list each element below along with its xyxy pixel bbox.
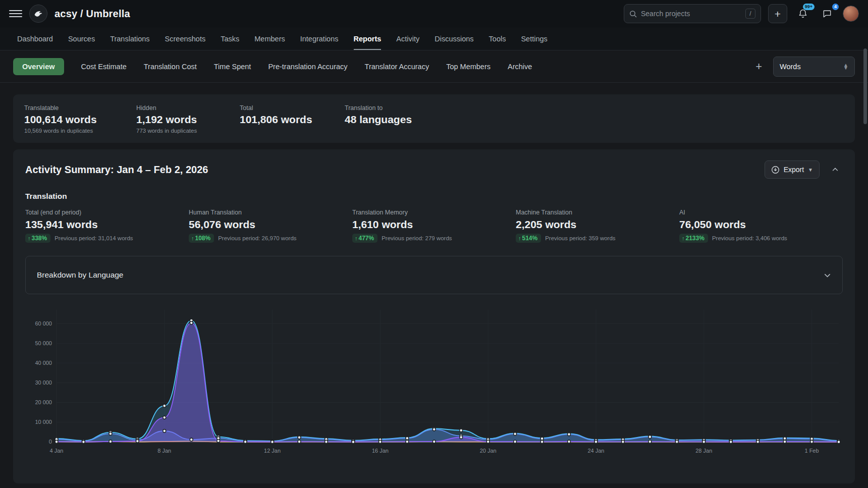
search-icon — [629, 10, 637, 18]
select-arrows-icon: ▲▼ — [843, 64, 848, 69]
subtab-time-spent[interactable]: Time Spent — [214, 63, 251, 71]
tab-members[interactable]: Members — [254, 27, 285, 50]
stat-hidden: Hidden 1,192 words 773 words in duplicat… — [136, 104, 240, 134]
stat-translation-to: Translation to 48 languages — [345, 104, 844, 134]
stat-label: Total — [240, 104, 345, 112]
top-bar: acsy / Umbrella / + 99+ 4 — [0, 0, 868, 27]
translation-metrics-row: Total (end of period) 135,941 words 338%… — [25, 209, 843, 243]
breakdown-by-language-toggle[interactable]: Breakdown by Language — [25, 256, 843, 294]
tab-reports[interactable]: Reports — [354, 27, 382, 50]
word-stats-card: Translatable 100,614 words 10,569 words … — [13, 94, 855, 143]
bird-logo-icon — [33, 8, 44, 19]
metric-human-translation: Human Translation 56,076 words 108% Prev… — [189, 209, 352, 243]
messages-button[interactable]: 4 — [819, 5, 836, 22]
metric-label: Total (end of period) — [25, 209, 189, 216]
metric-value: 135,941 words — [25, 219, 189, 231]
svg-text:50 000: 50 000 — [35, 340, 52, 346]
metric-label: Human Translation — [189, 209, 352, 216]
create-project-button[interactable]: + — [768, 4, 787, 23]
tab-integrations[interactable]: Integrations — [300, 27, 339, 50]
tab-dashboard[interactable]: Dashboard — [17, 27, 53, 50]
activity-chart: 010 00020 00030 00040 00050 00060 0004 J… — [25, 303, 843, 460]
tab-sources[interactable]: Sources — [68, 27, 95, 50]
change-badge: 477% — [352, 234, 377, 243]
subtab-overview[interactable]: Overview — [13, 58, 64, 75]
messages-badge: 4 — [832, 4, 839, 10]
metric-value: 2,205 words — [516, 219, 679, 231]
search-input[interactable] — [641, 10, 741, 18]
search-box[interactable]: / — [624, 4, 761, 23]
svg-text:8 Jan: 8 Jan — [157, 447, 171, 453]
activity-title: Activity Summary: Jan 4 – Feb 2, 2026 — [25, 164, 208, 176]
app-logo[interactable] — [29, 5, 47, 23]
svg-text:60 000: 60 000 — [35, 320, 52, 326]
translation-section-title: Translation — [25, 192, 843, 201]
stat-value: 101,806 words — [240, 114, 345, 126]
stat-value: 48 languages — [345, 114, 844, 126]
export-button[interactable]: Export ▼ — [765, 160, 820, 179]
metric-value: 76,050 words — [679, 219, 843, 231]
subtab-top-members[interactable]: Top Members — [446, 63, 491, 71]
metric-total-end-of-period: Total (end of period) 135,941 words 338%… — [25, 209, 189, 243]
tab-activity[interactable]: Activity — [396, 27, 419, 50]
previous-period: Previous period: 3,406 words — [712, 235, 787, 241]
svg-text:4 Jan: 4 Jan — [50, 447, 64, 453]
subtab-cost-estimate[interactable]: Cost Estimate — [81, 63, 127, 71]
stat-total: Total 101,806 words — [240, 104, 345, 134]
notifications-button[interactable]: 99+ — [794, 5, 811, 22]
stat-value: 100,614 words — [24, 114, 136, 126]
previous-period: Previous period: 31,014 words — [55, 235, 133, 241]
metric-machine-translation: Machine Translation 2,205 words 514% Pre… — [516, 209, 679, 243]
subtab-archive[interactable]: Archive — [508, 63, 532, 71]
stat-value: 1,192 words — [136, 114, 240, 126]
previous-period: Previous period: 359 words — [545, 235, 615, 241]
change-badge: 2133% — [679, 234, 708, 243]
search-shortcut-hint: / — [745, 9, 755, 19]
previous-period: Previous period: 279 words — [382, 235, 452, 241]
tab-tasks[interactable]: Tasks — [221, 27, 239, 50]
topbar-actions: / + 99+ 4 — [624, 4, 859, 23]
tab-settings[interactable]: Settings — [521, 27, 547, 50]
unit-select[interactable]: Words ▲▼ — [773, 57, 855, 77]
stat-note: 10,569 words in duplicates — [24, 128, 136, 134]
change-badge: 108% — [189, 234, 214, 243]
subtab-pretranslation-accuracy[interactable]: Pre-translation Accuracy — [268, 63, 347, 71]
export-label: Export — [784, 166, 804, 174]
metric-label: Machine Translation — [516, 209, 679, 216]
user-avatar[interactable] — [843, 6, 859, 22]
chat-icon — [822, 9, 832, 19]
tab-translations[interactable]: Translations — [110, 27, 149, 50]
previous-period: Previous period: 26,970 words — [218, 235, 296, 241]
tab-tools[interactable]: Tools — [489, 27, 506, 50]
metric-value: 56,076 words — [189, 219, 352, 231]
chevron-up-icon — [832, 166, 839, 173]
stat-label: Translatable — [24, 104, 136, 112]
stat-translatable: Translatable 100,614 words 10,569 words … — [24, 104, 136, 134]
collapse-section-button[interactable] — [828, 162, 843, 177]
svg-text:30 000: 30 000 — [35, 379, 52, 386]
add-report-button[interactable]: + — [755, 61, 762, 72]
caret-down-icon: ▼ — [808, 167, 813, 173]
tab-discussions[interactable]: Discussions — [435, 27, 473, 50]
breakdown-label: Breakdown by Language — [37, 270, 124, 280]
stat-label: Translation to — [345, 104, 844, 112]
main-navigation: Dashboard Sources Translations Screensho… — [0, 27, 868, 50]
hamburger-menu-icon[interactable] — [9, 7, 22, 20]
svg-text:12 Jan: 12 Jan — [264, 447, 281, 453]
reports-sub-navigation: Overview Cost Estimate Translation Cost … — [0, 50, 868, 83]
svg-text:24 Jan: 24 Jan — [587, 447, 604, 453]
metric-label: Translation Memory — [352, 209, 516, 216]
page-scrollbar[interactable] — [863, 48, 867, 124]
activity-chart-svg[interactable]: 010 00020 00030 00040 00050 00060 0004 J… — [25, 303, 843, 460]
svg-text:20 Jan: 20 Jan — [480, 447, 497, 453]
metric-label: AI — [679, 209, 843, 216]
svg-text:1 Feb: 1 Feb — [804, 447, 819, 453]
svg-text:28 Jan: 28 Jan — [695, 447, 712, 453]
subtab-translation-cost[interactable]: Translation Cost — [144, 63, 197, 71]
subtab-translator-accuracy[interactable]: Translator Accuracy — [365, 63, 429, 71]
project-title: acsy / Umbrella — [55, 8, 130, 20]
tab-screenshots[interactable]: Screenshots — [165, 27, 206, 50]
chevron-down-icon — [824, 272, 831, 279]
metric-value: 1,610 words — [352, 219, 516, 231]
svg-text:20 000: 20 000 — [35, 399, 52, 405]
